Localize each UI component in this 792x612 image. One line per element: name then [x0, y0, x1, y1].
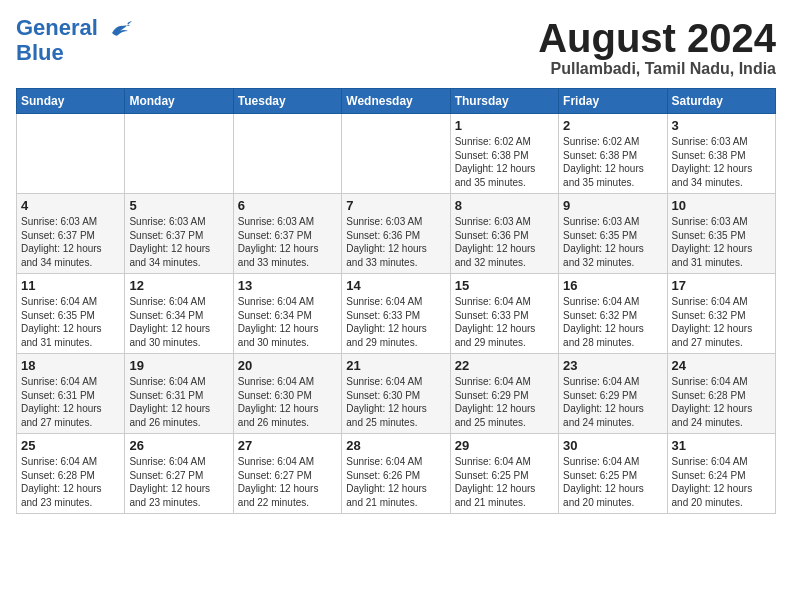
calendar-cell: 6Sunrise: 6:03 AM Sunset: 6:37 PM Daylig… [233, 194, 341, 274]
week-row-2: 4Sunrise: 6:03 AM Sunset: 6:37 PM Daylig… [17, 194, 776, 274]
day-number: 16 [563, 278, 662, 293]
day-info: Sunrise: 6:04 AM Sunset: 6:31 PM Dayligh… [21, 375, 120, 429]
calendar-cell: 20Sunrise: 6:04 AM Sunset: 6:30 PM Dayli… [233, 354, 341, 434]
day-info: Sunrise: 6:04 AM Sunset: 6:33 PM Dayligh… [346, 295, 445, 349]
week-row-5: 25Sunrise: 6:04 AM Sunset: 6:28 PM Dayli… [17, 434, 776, 514]
calendar-cell: 23Sunrise: 6:04 AM Sunset: 6:29 PM Dayli… [559, 354, 667, 434]
day-info: Sunrise: 6:04 AM Sunset: 6:28 PM Dayligh… [672, 375, 771, 429]
calendar-cell: 18Sunrise: 6:04 AM Sunset: 6:31 PM Dayli… [17, 354, 125, 434]
day-info: Sunrise: 6:04 AM Sunset: 6:25 PM Dayligh… [455, 455, 554, 509]
day-number: 27 [238, 438, 337, 453]
col-header-monday: Monday [125, 89, 233, 114]
calendar-cell [17, 114, 125, 194]
day-number: 31 [672, 438, 771, 453]
calendar-cell: 3Sunrise: 6:03 AM Sunset: 6:38 PM Daylig… [667, 114, 775, 194]
day-number: 1 [455, 118, 554, 133]
col-header-saturday: Saturday [667, 89, 775, 114]
day-number: 13 [238, 278, 337, 293]
day-info: Sunrise: 6:04 AM Sunset: 6:24 PM Dayligh… [672, 455, 771, 509]
day-number: 5 [129, 198, 228, 213]
day-number: 10 [672, 198, 771, 213]
day-number: 20 [238, 358, 337, 373]
day-info: Sunrise: 6:04 AM Sunset: 6:25 PM Dayligh… [563, 455, 662, 509]
day-number: 21 [346, 358, 445, 373]
day-info: Sunrise: 6:03 AM Sunset: 6:36 PM Dayligh… [455, 215, 554, 269]
day-info: Sunrise: 6:03 AM Sunset: 6:37 PM Dayligh… [21, 215, 120, 269]
calendar-cell: 11Sunrise: 6:04 AM Sunset: 6:35 PM Dayli… [17, 274, 125, 354]
calendar-table: SundayMondayTuesdayWednesdayThursdayFrid… [16, 88, 776, 514]
col-header-tuesday: Tuesday [233, 89, 341, 114]
calendar-cell: 13Sunrise: 6:04 AM Sunset: 6:34 PM Dayli… [233, 274, 341, 354]
day-number: 30 [563, 438, 662, 453]
day-number: 12 [129, 278, 228, 293]
calendar-cell: 12Sunrise: 6:04 AM Sunset: 6:34 PM Dayli… [125, 274, 233, 354]
col-header-sunday: Sunday [17, 89, 125, 114]
calendar-cell [342, 114, 450, 194]
calendar-cell: 16Sunrise: 6:04 AM Sunset: 6:32 PM Dayli… [559, 274, 667, 354]
day-info: Sunrise: 6:04 AM Sunset: 6:32 PM Dayligh… [563, 295, 662, 349]
day-number: 22 [455, 358, 554, 373]
day-number: 9 [563, 198, 662, 213]
day-number: 17 [672, 278, 771, 293]
day-info: Sunrise: 6:04 AM Sunset: 6:26 PM Dayligh… [346, 455, 445, 509]
day-info: Sunrise: 6:04 AM Sunset: 6:33 PM Dayligh… [455, 295, 554, 349]
day-number: 28 [346, 438, 445, 453]
day-number: 8 [455, 198, 554, 213]
calendar-cell: 15Sunrise: 6:04 AM Sunset: 6:33 PM Dayli… [450, 274, 558, 354]
day-number: 26 [129, 438, 228, 453]
calendar-cell: 4Sunrise: 6:03 AM Sunset: 6:37 PM Daylig… [17, 194, 125, 274]
day-info: Sunrise: 6:04 AM Sunset: 6:31 PM Dayligh… [129, 375, 228, 429]
calendar-cell: 30Sunrise: 6:04 AM Sunset: 6:25 PM Dayli… [559, 434, 667, 514]
day-info: Sunrise: 6:04 AM Sunset: 6:27 PM Dayligh… [129, 455, 228, 509]
day-info: Sunrise: 6:04 AM Sunset: 6:29 PM Dayligh… [455, 375, 554, 429]
calendar-body: 1Sunrise: 6:02 AM Sunset: 6:38 PM Daylig… [17, 114, 776, 514]
calendar-cell: 26Sunrise: 6:04 AM Sunset: 6:27 PM Dayli… [125, 434, 233, 514]
calendar-cell: 2Sunrise: 6:02 AM Sunset: 6:38 PM Daylig… [559, 114, 667, 194]
day-info: Sunrise: 6:04 AM Sunset: 6:35 PM Dayligh… [21, 295, 120, 349]
day-number: 6 [238, 198, 337, 213]
week-row-3: 11Sunrise: 6:04 AM Sunset: 6:35 PM Dayli… [17, 274, 776, 354]
day-number: 11 [21, 278, 120, 293]
col-header-thursday: Thursday [450, 89, 558, 114]
calendar-cell: 27Sunrise: 6:04 AM Sunset: 6:27 PM Dayli… [233, 434, 341, 514]
col-header-wednesday: Wednesday [342, 89, 450, 114]
calendar-cell: 17Sunrise: 6:04 AM Sunset: 6:32 PM Dayli… [667, 274, 775, 354]
calendar-cell: 25Sunrise: 6:04 AM Sunset: 6:28 PM Dayli… [17, 434, 125, 514]
day-number: 18 [21, 358, 120, 373]
day-info: Sunrise: 6:03 AM Sunset: 6:36 PM Dayligh… [346, 215, 445, 269]
day-number: 24 [672, 358, 771, 373]
day-info: Sunrise: 6:03 AM Sunset: 6:35 PM Dayligh… [563, 215, 662, 269]
calendar-cell: 10Sunrise: 6:03 AM Sunset: 6:35 PM Dayli… [667, 194, 775, 274]
day-info: Sunrise: 6:03 AM Sunset: 6:37 PM Dayligh… [238, 215, 337, 269]
day-number: 7 [346, 198, 445, 213]
calendar-cell: 5Sunrise: 6:03 AM Sunset: 6:37 PM Daylig… [125, 194, 233, 274]
day-info: Sunrise: 6:04 AM Sunset: 6:30 PM Dayligh… [238, 375, 337, 429]
calendar-cell: 28Sunrise: 6:04 AM Sunset: 6:26 PM Dayli… [342, 434, 450, 514]
day-info: Sunrise: 6:04 AM Sunset: 6:30 PM Dayligh… [346, 375, 445, 429]
month-year: August 2024 [538, 16, 776, 60]
location: Pullambadi, Tamil Nadu, India [538, 60, 776, 78]
calendar-cell: 21Sunrise: 6:04 AM Sunset: 6:30 PM Dayli… [342, 354, 450, 434]
header: General Blue August 2024 Pullambadi, Tam… [16, 16, 776, 78]
logo-bird-icon [104, 19, 134, 39]
day-info: Sunrise: 6:03 AM Sunset: 6:37 PM Dayligh… [129, 215, 228, 269]
day-info: Sunrise: 6:03 AM Sunset: 6:38 PM Dayligh… [672, 135, 771, 189]
calendar-cell: 31Sunrise: 6:04 AM Sunset: 6:24 PM Dayli… [667, 434, 775, 514]
calendar-cell: 22Sunrise: 6:04 AM Sunset: 6:29 PM Dayli… [450, 354, 558, 434]
day-info: Sunrise: 6:03 AM Sunset: 6:35 PM Dayligh… [672, 215, 771, 269]
day-info: Sunrise: 6:04 AM Sunset: 6:34 PM Dayligh… [238, 295, 337, 349]
logo-blue: Blue [16, 40, 64, 66]
day-number: 29 [455, 438, 554, 453]
calendar-cell: 14Sunrise: 6:04 AM Sunset: 6:33 PM Dayli… [342, 274, 450, 354]
week-row-1: 1Sunrise: 6:02 AM Sunset: 6:38 PM Daylig… [17, 114, 776, 194]
title-area: August 2024 Pullambadi, Tamil Nadu, Indi… [538, 16, 776, 78]
calendar-cell: 24Sunrise: 6:04 AM Sunset: 6:28 PM Dayli… [667, 354, 775, 434]
calendar-cell: 7Sunrise: 6:03 AM Sunset: 6:36 PM Daylig… [342, 194, 450, 274]
day-info: Sunrise: 6:04 AM Sunset: 6:27 PM Dayligh… [238, 455, 337, 509]
day-info: Sunrise: 6:02 AM Sunset: 6:38 PM Dayligh… [563, 135, 662, 189]
col-header-friday: Friday [559, 89, 667, 114]
day-number: 2 [563, 118, 662, 133]
day-info: Sunrise: 6:02 AM Sunset: 6:38 PM Dayligh… [455, 135, 554, 189]
calendar-cell: 8Sunrise: 6:03 AM Sunset: 6:36 PM Daylig… [450, 194, 558, 274]
logo: General Blue [16, 16, 134, 66]
